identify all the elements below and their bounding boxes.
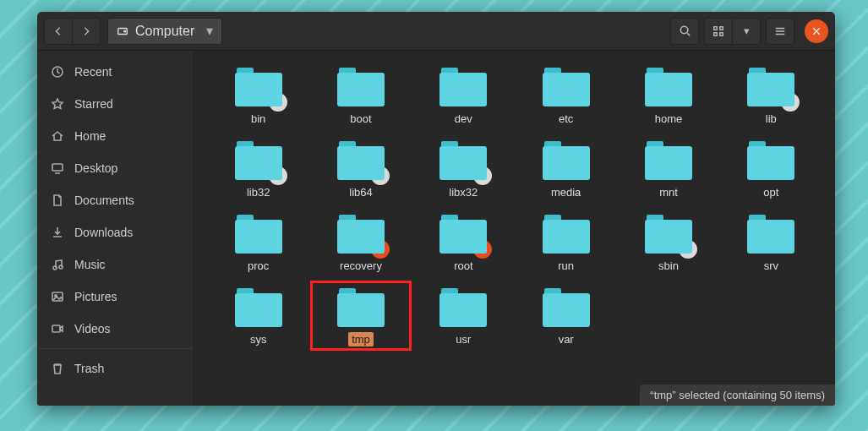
search-icon [679,25,691,37]
folder-icon: ↗ [235,141,282,180]
search-button[interactable] [670,18,699,45]
folder-item[interactable]: ↗lib64 [314,138,407,199]
folder-label: lib32 [243,185,273,199]
menu-button[interactable] [766,18,794,45]
folder-grid: ↗binbootdevetchome↗lib↗lib32↗lib64↗libx3… [194,51,835,394]
sidebar-item-pictures[interactable]: Pictures [37,281,194,313]
sidebar-item-desktop[interactable]: Desktop [37,152,194,184]
sidebar-item-starred[interactable]: Starred [37,88,194,120]
folder-item[interactable]: mnt [622,138,715,199]
folder-icon: ↗ [747,68,794,106]
folder-label: sbin [655,259,682,273]
forward-button[interactable] [72,18,101,45]
close-icon [811,26,822,36]
sidebar-item-label: Music [74,258,106,271]
folder-icon [235,288,282,327]
sidebar-item-label: Pictures [74,290,117,303]
folder-icon [543,141,590,180]
symlink-badge-icon: ↗ [371,166,390,185]
sidebar-item-downloads[interactable]: Downloads [37,216,194,248]
folder-item[interactable]: srv [724,211,817,273]
folder-label: dev [451,112,476,126]
folder-item[interactable]: ↗sbin [622,211,715,273]
folder-icon [337,288,385,327]
folder-item[interactable]: boot [314,64,407,126]
svg-point-9 [53,266,57,270]
sidebar-item-label: Starred [74,97,113,111]
folder-label: sys [247,332,270,346]
star-icon [51,97,64,111]
folder-label: srv [761,259,782,273]
symlink-badge-icon: ↗ [269,93,287,112]
sidebar-item-trash[interactable]: Trash [37,352,194,385]
folder-icon [645,141,692,180]
folder-item[interactable]: tmp [314,285,407,346]
folder-label: etc [555,112,576,126]
folder-label: lib64 [346,185,375,199]
titlebar: Computer ▾ ▾ [37,12,835,51]
folder-item[interactable]: ↗lib [724,64,817,126]
trash-icon [51,362,64,375]
folder-item[interactable]: ✕root [417,211,510,273]
content-area: ↗binbootdevetchome↗lib↗lib32↗lib64↗libx3… [194,51,835,406]
svg-rect-3 [714,26,718,30]
home-icon [51,129,64,143]
sidebar-item-recent[interactable]: Recent [37,56,194,88]
folder-item[interactable]: dev [417,64,510,126]
folder-item[interactable]: ↗lib32 [212,138,305,199]
sidebar-item-home[interactable]: Home [37,120,194,152]
folder-icon [439,68,487,106]
grid-view-icon [712,25,724,37]
sidebar-item-label: Desktop [74,161,117,175]
svg-rect-5 [714,32,718,35]
folder-item[interactable]: run [520,211,613,273]
sidebar-item-label: Recent [74,65,112,79]
folder-icon [747,215,794,254]
folder-icon: ↗ [337,141,385,180]
folder-label: var [555,332,577,346]
hamburger-icon [774,25,786,37]
folder-item[interactable]: ↗libx32 [417,138,510,199]
svg-rect-6 [720,32,723,35]
back-button[interactable] [44,18,73,45]
sidebar-item-documents[interactable]: Documents [37,184,194,216]
folder-icon [439,288,487,327]
folder-item[interactable]: proc [212,211,305,273]
folder-icon: ↗ [645,215,692,254]
folder-item[interactable]: media [520,138,613,199]
location-button[interactable]: Computer ▾ [107,18,222,45]
folder-item[interactable]: opt [724,138,817,199]
no-access-badge-icon: ✕ [473,240,492,259]
folder-item[interactable]: sys [212,285,305,346]
folder-item[interactable]: etc [520,64,613,126]
chevron-down-icon: ▾ [206,23,213,39]
svg-rect-13 [52,325,60,332]
symlink-badge-icon: ↗ [269,166,287,185]
symlink-badge-icon: ↗ [781,93,800,112]
folder-item[interactable]: home [622,64,715,126]
sidebar-item-videos[interactable]: Videos [37,313,194,345]
videos-icon [51,322,64,336]
folder-item[interactable]: var [520,285,613,346]
close-button[interactable] [805,19,828,43]
view-toggle-button[interactable] [704,18,733,45]
folder-icon: ↗ [235,68,282,106]
folder-icon [543,288,590,327]
folder-label: recovery [336,259,385,273]
folder-label: home [652,112,686,126]
desktop-icon [51,161,64,175]
sidebar-item-music[interactable]: Music [37,248,194,281]
folder-icon [235,215,282,254]
pictures-icon [51,290,64,303]
folder-item[interactable]: ✕recovery [314,211,407,273]
music-icon [51,258,64,271]
folder-item[interactable]: usr [417,285,510,346]
view-options-button[interactable]: ▾ [732,18,761,45]
folder-icon [543,68,590,106]
svg-point-2 [680,26,687,33]
folder-label: bin [248,112,269,126]
folder-label: usr [452,332,474,346]
folder-icon: ✕ [439,215,487,254]
folder-label: tmp [348,332,374,346]
folder-item[interactable]: ↗bin [212,64,305,126]
